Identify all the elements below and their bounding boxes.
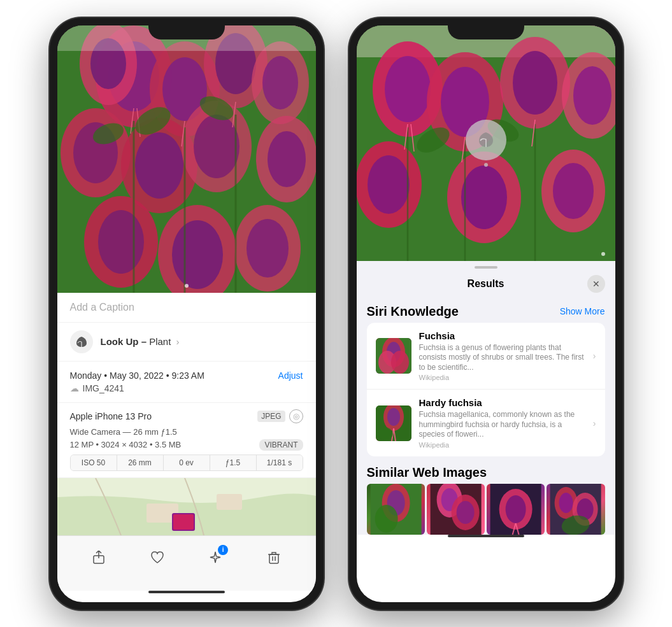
svg-point-91 [506,495,526,523]
results-sheet: Results ✕ Siri Knowledge Show More [357,261,615,535]
caption-placeholder[interactable]: Add a Caption [70,302,134,313]
similar-images-title: Similar Web Images [367,465,487,479]
svg-point-55 [368,155,410,214]
fuchsia-desc: Fuchsia is a genus of flowering plants t… [419,343,588,373]
heart-icon [150,551,164,565]
exif-aperture: ƒ1.5 [210,455,257,470]
fuchsia-thumb-img [376,338,411,374]
fuchsia-content: Fuchsia Fuchsia is a genus of flowering … [419,330,588,382]
meta-date: Monday • May 30, 2022 • 9:23 AM [70,370,204,381]
lookup-row[interactable]: Look Up – Plant › [57,323,316,362]
meta-filename: IMG_4241 [83,383,124,393]
leaf-icon [75,335,88,348]
info-button[interactable]: i [201,544,229,572]
info-badge: i [218,545,228,555]
svg-point-83 [375,505,397,533]
svg-rect-39 [217,494,242,510]
flower-photo [57,25,316,293]
hardy-fuchsia-content: Hardy fuchsia Fuchsia magellanica, commo… [419,397,588,449]
similar-images-header: Similar Web Images [357,460,615,484]
camera-row: Wide Camera — 26 mm ƒ1.5 [70,427,303,437]
lookup-icon-bg [70,330,93,353]
similar-img-3-svg [487,484,545,535]
meta-section: Monday • May 30, 2022 • 9:23 AM Adjust ☁… [57,362,316,403]
exif-focal: 26 mm [117,455,164,470]
hardy-fuchsia-thumb [376,405,411,441]
svg-point-57 [461,166,507,229]
svg-rect-43 [269,554,278,563]
similar-img-3[interactable] [487,484,545,535]
cloud-icon: ☁ [70,383,79,393]
svg-rect-32 [57,25,316,293]
photo-indicator-row [57,284,316,288]
similar-img-1-svg [367,484,425,535]
map-svg [57,478,316,535]
photo-main[interactable] [57,25,316,293]
similar-images-grid [357,484,615,535]
siri-knowledge-header: Siri Knowledge Show More [357,299,615,323]
meta-date-row: Monday • May 30, 2022 • 9:23 AM Adjust [70,370,303,381]
hardy-fuchsia-thumb-img [376,405,411,441]
home-bar [148,591,225,593]
fuchsia-thumb [376,338,411,374]
fuchsia-name: Fuchsia [419,330,588,341]
close-button[interactable]: ✕ [587,275,605,293]
meta-filename-row: ☁ IMG_4241 [70,383,303,393]
svg-point-59 [553,163,594,219]
right-home-bar [448,535,524,537]
toolbar: i [57,535,316,591]
fuchsia-source: Wikipedia [419,374,588,381]
visual-search-leaf-icon [476,130,496,150]
bubble-dot [484,163,488,167]
hardy-fuchsia-source: Wikipedia [419,441,588,449]
similar-img-2[interactable] [427,484,485,535]
similar-img-2-svg [427,484,485,535]
adjust-button[interactable]: Adjust [278,370,303,381]
device-row: Apple iPhone 13 Pro JPEG ◎ [70,409,303,423]
delete-button[interactable] [260,544,288,572]
hardy-fuchsia-desc: Fuchsia magellanica, commonly known as t… [419,410,588,440]
similar-img-1[interactable] [367,484,425,535]
svg-point-73 [391,351,409,374]
lookup-label: Look Up – Plant › [101,336,180,347]
lookup-chevron: › [176,336,180,347]
knowledge-card: Fuchsia Fuchsia is a genus of flowering … [367,323,605,457]
resolution-text: 12 MP • 3024 × 4032 • 3.5 MB [70,440,182,449]
left-phone-screen: Add a Caption Look Up – Plant › Monday •… [57,25,316,602]
fuchsia-chevron: › [593,351,596,361]
right-phone-notch [448,18,524,39]
svg-point-88 [456,501,474,524]
share-button[interactable] [85,544,113,572]
specs-row: 12 MP • 3024 × 4032 • 3.5 MB VIBRANT [70,439,303,451]
hardy-fuchsia-chevron: › [593,418,596,428]
lens-icon: ◎ [289,409,303,423]
similar-img-4[interactable] [547,484,604,535]
similar-img-4-svg [547,484,604,535]
fuchsia-item[interactable]: Fuchsia Fuchsia is a genus of flowering … [367,323,605,390]
exif-iso: ISO 50 [71,455,117,470]
show-more-button[interactable]: Show More [560,306,605,316]
right-photo-indicator [601,252,605,256]
phone-notch [148,18,225,39]
exif-ev: 0 ev [164,455,210,470]
hardy-fuchsia-name: Hardy fuchsia [419,397,588,408]
svg-point-47 [385,56,431,122]
right-photo-area[interactable] [357,25,615,261]
photo-dot [185,284,189,288]
svg-point-51 [513,51,557,115]
sheet-title: Results [385,278,587,290]
format-badge: JPEG [257,411,285,422]
hardy-fuchsia-item[interactable]: Hardy fuchsia Fuchsia magellanica, commo… [367,390,605,456]
trash-icon [267,551,281,565]
right-phone-screen: Results ✕ Siri Knowledge Show More [357,25,615,602]
device-name: Apple iPhone 13 Pro [70,411,152,421]
vibrant-badge: VIBRANT [259,439,303,451]
svg-point-53 [573,66,611,125]
svg-rect-41 [173,514,194,530]
left-phone: Add a Caption Look Up – Plant › Monday •… [50,18,324,610]
caption-area[interactable]: Add a Caption [57,293,316,323]
right-phone: Results ✕ Siri Knowledge Show More [349,18,623,610]
favorite-button[interactable] [143,544,171,572]
map-section[interactable] [57,478,316,535]
visual-search-bubble[interactable] [466,120,506,160]
